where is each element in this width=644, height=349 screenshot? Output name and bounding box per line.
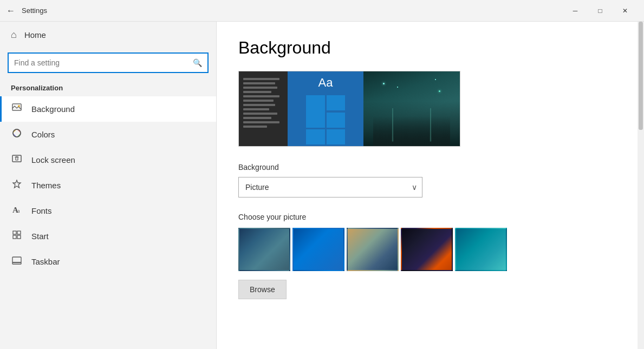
- sidebar-item-themes[interactable]: Themes: [0, 173, 216, 198]
- window-controls: ─ □ ✕: [563, 0, 638, 22]
- search-input[interactable]: [14, 58, 193, 67]
- back-button[interactable]: ←: [6, 6, 15, 16]
- svg-rect-9: [13, 231, 16, 234]
- search-box: 🔍: [8, 52, 209, 73]
- picture-thumb-1[interactable]: [238, 228, 290, 271]
- home-icon: ⌂: [11, 29, 17, 41]
- sidebar-item-start[interactable]: Start: [0, 223, 216, 249]
- picture-thumb-3[interactable]: [347, 228, 399, 271]
- sidebar-item-taskbar[interactable]: Taskbar: [0, 249, 216, 274]
- sidebar-item-label: Colors: [31, 130, 55, 139]
- search-icon: 🔍: [193, 58, 202, 67]
- svg-rect-10: [17, 231, 21, 234]
- colors-icon: [11, 128, 23, 141]
- page-title: Background: [238, 38, 616, 58]
- sidebar-item-label: Fonts: [31, 206, 52, 215]
- titlebar-left: ← Settings: [6, 6, 47, 16]
- main-layout: ⌂ Home 🔍 Personalization Background: [0, 22, 644, 349]
- close-button[interactable]: ✕: [613, 0, 638, 22]
- sidebar-item-fonts[interactable]: A a Fonts: [0, 198, 216, 223]
- svg-rect-13: [12, 257, 21, 262]
- svg-rect-11: [13, 235, 16, 239]
- fonts-icon: A a: [11, 204, 23, 218]
- desktop-preview: Aa: [238, 71, 460, 147]
- minimize-button[interactable]: ─: [563, 0, 588, 22]
- maximize-button[interactable]: □: [588, 0, 613, 22]
- dropdown-container: Picture Solid color Slideshow ∨: [238, 177, 422, 197]
- sidebar-item-colors[interactable]: Colors: [0, 122, 216, 147]
- sidebar-item-label: Taskbar: [31, 257, 60, 266]
- sidebar: ⌂ Home 🔍 Personalization Background: [0, 22, 217, 349]
- app-title: Settings: [22, 6, 47, 15]
- svg-rect-14: [12, 262, 21, 264]
- search-container: 🔍: [0, 48, 216, 80]
- picture-thumb-5[interactable]: [455, 228, 507, 271]
- scrollbar-thumb[interactable]: [639, 22, 643, 130]
- picture-thumb-2[interactable]: [292, 228, 344, 271]
- svg-rect-6: [16, 157, 18, 160]
- home-label: Home: [24, 30, 46, 39]
- background-icon: [11, 102, 23, 116]
- preview-center: Aa: [288, 71, 363, 146]
- choose-picture-label: Choose your picture: [238, 213, 616, 221]
- themes-icon: [11, 179, 23, 192]
- svg-text:a: a: [17, 208, 20, 214]
- section-title: Personalization: [0, 80, 216, 96]
- taskbar-icon: [11, 255, 23, 268]
- svg-point-4: [13, 129, 21, 137]
- lock-screen-icon: [11, 153, 23, 167]
- preview-left: [239, 71, 288, 146]
- background-dropdown[interactable]: Picture Solid color Slideshow: [238, 177, 422, 197]
- sidebar-item-label: Themes: [31, 181, 61, 190]
- sidebar-item-label: Start: [31, 232, 49, 241]
- picture-thumb-4[interactable]: [401, 228, 453, 271]
- sidebar-item-background[interactable]: Background: [0, 96, 216, 122]
- start-icon: [11, 229, 23, 243]
- picture-grid: [238, 228, 616, 271]
- sidebar-item-label: Lock screen: [31, 155, 75, 164]
- content-area: Background: [217, 22, 638, 349]
- browse-button[interactable]: Browse: [238, 280, 287, 299]
- aa-text: Aa: [318, 76, 333, 90]
- background-section-label: Background: [238, 163, 616, 172]
- svg-rect-12: [17, 235, 21, 239]
- titlebar: ← Settings ─ □ ✕: [0, 0, 644, 22]
- preview-right: [363, 71, 460, 146]
- svg-point-2: [18, 105, 20, 107]
- sidebar-item-lock-screen[interactable]: Lock screen: [0, 147, 216, 173]
- sidebar-item-label: Background: [31, 104, 75, 114]
- sidebar-item-home[interactable]: ⌂ Home: [0, 22, 216, 48]
- scrollbar-track[interactable]: [638, 22, 644, 349]
